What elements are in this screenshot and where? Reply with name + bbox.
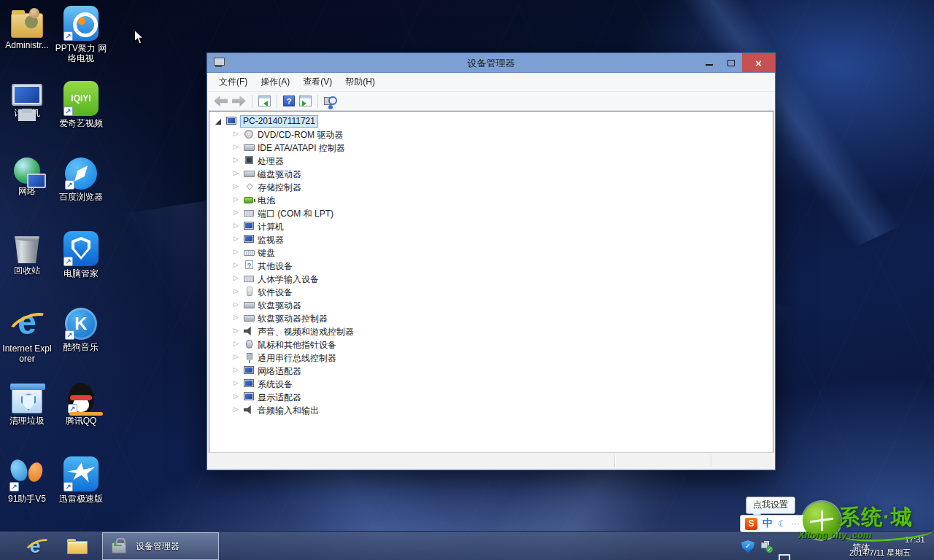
desktop-icon-iqiyi[interactable]: iQIYI↗爱奇艺视频 bbox=[55, 81, 107, 128]
expand-arrow-icon[interactable]: ▷ bbox=[234, 236, 239, 241]
desktop-icon-thunder[interactable]: ↗迅雷极速版 bbox=[55, 456, 107, 504]
expand-arrow-icon[interactable]: ▷ bbox=[234, 314, 239, 320]
help-icon[interactable]: ? bbox=[283, 96, 295, 106]
menu-item-3[interactable]: 帮助(H) bbox=[339, 73, 382, 91]
desktop-icon-pptv[interactable]: ↗PPTV聚力 网络电视 bbox=[55, 6, 107, 63]
close-icon: × bbox=[755, 58, 762, 69]
expand-arrow-icon[interactable]: ▷ bbox=[234, 196, 239, 202]
back-icon[interactable] bbox=[214, 96, 228, 106]
expand-arrow-icon[interactable]: ▷ bbox=[234, 170, 239, 176]
audio-io-icon bbox=[244, 405, 253, 414]
expand-arrow-icon[interactable]: ▷ bbox=[234, 131, 239, 136]
menu-item-2[interactable]: 查看(V) bbox=[296, 73, 339, 91]
close-button[interactable]: × bbox=[742, 53, 775, 72]
expand-arrow-icon[interactable]: ▷ bbox=[234, 406, 239, 412]
tree-item[interactable]: ▷通用串行总线控制器 bbox=[209, 351, 773, 364]
tree-item[interactable]: ▷声音、视频和游戏控制器 bbox=[209, 324, 773, 338]
sogou-ime-icon[interactable]: S bbox=[745, 518, 757, 530]
taskbar-ie-button[interactable]: e bbox=[18, 532, 53, 560]
expand-arrow-icon[interactable]: ▷ bbox=[234, 183, 239, 189]
desktop-icon-network[interactable]: 网络 bbox=[1, 156, 53, 196]
tree-item[interactable]: ▷端口 (COM 和 LPT) bbox=[209, 206, 773, 219]
tree-item[interactable]: ▷计算机 bbox=[209, 219, 773, 233]
properties-icon[interactable] bbox=[299, 96, 312, 106]
tree-item-label: 显示适配器 bbox=[258, 392, 301, 404]
ime-more-icon[interactable]: ⋯ bbox=[792, 519, 800, 529]
tree-item[interactable]: ▷电池 bbox=[209, 193, 773, 206]
desktop-icon-recycle-bin[interactable]: 回收站 bbox=[1, 231, 53, 276]
desktop-icon-clean-trash[interactable]: 清理垃圾 bbox=[1, 381, 53, 426]
expand-arrow-icon[interactable]: ▷ bbox=[234, 288, 239, 294]
tree-item[interactable]: ▷软盘驱动器控制器 bbox=[209, 311, 773, 324]
menu-item-0[interactable]: 文件(F) bbox=[212, 73, 254, 91]
ime-moon-icon[interactable]: ☾ bbox=[778, 518, 787, 529]
show-hide-console-tree-icon[interactable] bbox=[258, 96, 271, 106]
expand-arrow-icon[interactable]: ▷ bbox=[234, 380, 239, 386]
device-tree[interactable]: PC-201407111721▷DVD/CD-ROM 驱动器▷IDE ATA/A… bbox=[209, 111, 773, 453]
ime-mode-chinese[interactable]: 中 bbox=[763, 517, 773, 530]
scan-hardware-changes-icon[interactable] bbox=[324, 96, 337, 106]
clock-date[interactable]: 2014/7/11 星期五 bbox=[849, 548, 911, 559]
desktop-icon-qq[interactable]: ↗腾讯QQ bbox=[55, 381, 107, 426]
expand-arrow-icon[interactable]: ▷ bbox=[234, 222, 239, 228]
tree-item[interactable]: ▷IDE ATA/ATAPI 控制器 bbox=[209, 141, 773, 154]
status-bar bbox=[208, 452, 774, 469]
tree-item[interactable]: ▷DVD/CD-ROM 驱动器 bbox=[209, 128, 773, 141]
tree-item[interactable]: ▷鼠标和其他指针设备 bbox=[209, 338, 773, 351]
desktop-icon-computer[interactable]: 计算机 bbox=[1, 81, 53, 118]
expand-arrow-icon[interactable]: ▷ bbox=[234, 157, 239, 163]
expand-arrow-icon[interactable]: ▷ bbox=[234, 262, 239, 268]
ime-bar[interactable]: S 中 ☾ ⋯ bbox=[740, 515, 833, 532]
desktop-icon-91-assistant[interactable]: ↗91助手V5 bbox=[1, 456, 53, 504]
menu-item-1[interactable]: 操作(A) bbox=[254, 73, 296, 91]
tree-item[interactable]: ▷键盘 bbox=[209, 246, 773, 259]
tree-item[interactable]: ▷软件设备 bbox=[209, 285, 773, 298]
tree-item[interactable]: ▷处理器 bbox=[209, 154, 773, 167]
window-title: 设备管理器 bbox=[207, 57, 775, 70]
desktop-icon-baidu-browser[interactable]: ↗百度浏览器 bbox=[55, 156, 107, 202]
ime-tooltip[interactable]: 点我设置 bbox=[746, 497, 795, 514]
expand-arrow-icon[interactable]: ▷ bbox=[234, 275, 239, 281]
desktop-icon-label: 电脑管家 bbox=[55, 268, 107, 279]
desktop-icon-administrator[interactable]: Administr... bbox=[1, 6, 53, 50]
desktop-icon-pc-manager[interactable]: ↗电脑管家 bbox=[55, 231, 107, 279]
expand-arrow-icon[interactable]: ▷ bbox=[234, 393, 239, 399]
expand-arrow-icon[interactable]: ▷ bbox=[234, 209, 239, 215]
tree-item[interactable]: ▷网络适配器 bbox=[209, 364, 773, 377]
mouse-cursor bbox=[134, 29, 144, 45]
tree-item[interactable]: ▷磁盘驱动器 bbox=[209, 167, 773, 180]
desktop-icon-kugou[interactable]: K↗酷狗音乐 bbox=[55, 306, 107, 352]
expand-arrow-icon[interactable]: ▷ bbox=[234, 367, 239, 373]
expand-arrow-icon[interactable]: ▷ bbox=[234, 341, 239, 346]
tree-item[interactable]: ▷软盘驱动器 bbox=[209, 298, 773, 311]
expand-arrow-icon[interactable]: ▷ bbox=[234, 144, 239, 149]
taskbar[interactable]: e 设备管理器 bbox=[0, 531, 934, 560]
maximize-button[interactable] bbox=[720, 53, 742, 72]
usb-safe-remove-icon[interactable] bbox=[760, 540, 773, 553]
window-titlebar[interactable]: 设备管理器 × bbox=[207, 53, 775, 73]
dvd-drive-icon bbox=[244, 130, 253, 139]
tree-item[interactable]: ▷◇存储控制器 bbox=[209, 180, 773, 193]
expand-arrow-icon[interactable]: ▷ bbox=[234, 301, 239, 307]
forward-icon[interactable] bbox=[232, 96, 246, 106]
tree-item[interactable]: ▷显示适配器 bbox=[209, 390, 773, 403]
expand-arrow-icon[interactable]: ▷ bbox=[234, 327, 239, 333]
network-status-icon[interactable] bbox=[778, 553, 791, 560]
tree-item[interactable]: ▷人体学输入设备 bbox=[209, 272, 773, 285]
expand-arrow-icon[interactable]: ▷ bbox=[234, 354, 239, 359]
tree-item[interactable]: ▷音频输入和输出 bbox=[209, 403, 773, 416]
minimize-button[interactable] bbox=[698, 53, 720, 72]
collapse-arrow-icon[interactable] bbox=[215, 119, 221, 125]
tree-item[interactable]: ▷系统设备 bbox=[209, 377, 773, 390]
tree-item-label: 其他设备 bbox=[258, 260, 293, 273]
tree-item[interactable]: ▷监视器 bbox=[209, 233, 773, 246]
tree-item-label: 人体学输入设备 bbox=[258, 273, 319, 286]
shortcut-arrow-icon: ↗ bbox=[63, 106, 73, 116]
clock-time[interactable]: 17:31 bbox=[905, 535, 925, 544]
taskbar-file-explorer-button[interactable] bbox=[60, 532, 95, 560]
tree-item[interactable]: ▷?其他设备 bbox=[209, 259, 773, 272]
expand-arrow-icon[interactable]: ▷ bbox=[234, 249, 239, 254]
taskbar-device-manager-button[interactable]: 设备管理器 bbox=[102, 532, 219, 560]
tree-root-item[interactable]: PC-201407111721 bbox=[209, 114, 773, 128]
desktop-icon-ie[interactable]: eInternet Explorer bbox=[1, 306, 53, 364]
